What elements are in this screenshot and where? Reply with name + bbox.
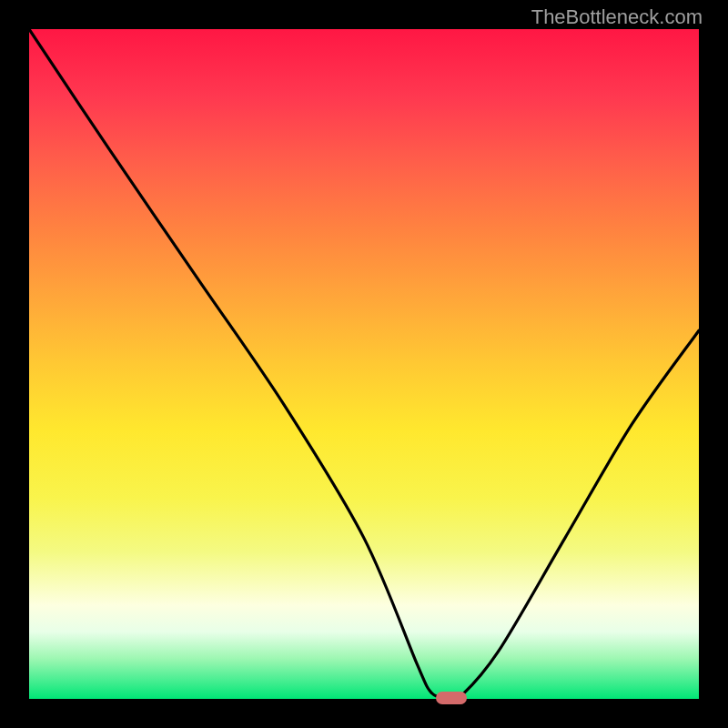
bottleneck-curve [29,29,699,699]
watermark-text: TheBottleneck.com [531,5,703,29]
chart-container: TheBottleneck.com [0,0,728,728]
plot-area [29,29,699,699]
optimal-point-marker [436,692,467,704]
